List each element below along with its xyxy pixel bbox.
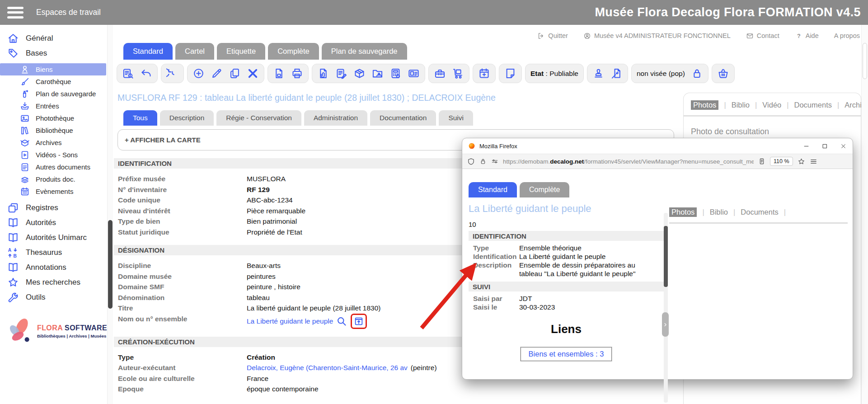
record-tab-description[interactable]: Description <box>160 110 214 126</box>
popup-titlebar[interactable]: Mozilla Firefox <box>462 138 853 154</box>
doc-export-icon[interactable] <box>273 67 285 80</box>
calendar-add-icon[interactable] <box>478 67 490 80</box>
minimize-button[interactable] <box>803 143 810 150</box>
view-tab-cartel[interactable]: Cartel <box>175 43 214 60</box>
sidebar-item-mes-recherches[interactable]: Mes recherches <box>0 275 113 290</box>
copy-icon[interactable] <box>229 67 241 80</box>
firefox-icon <box>468 142 475 150</box>
media-tab-photos[interactable]: Photos <box>691 100 718 110</box>
book-icon <box>7 232 19 244</box>
record-tab-suivi[interactable]: Suivi <box>439 110 473 126</box>
toolbar-group-9[interactable]: Etat : Publiable <box>525 64 584 83</box>
popup-media-tab-photos[interactable]: Photos <box>669 207 697 217</box>
stamp-icon[interactable] <box>592 67 605 80</box>
zoom-level-badge[interactable]: 110 % <box>770 157 793 166</box>
sidebar-item-outils[interactable]: Outils <box>0 290 113 305</box>
lock-icon[interactable] <box>691 67 703 80</box>
sidebar-item-bibliotheque[interactable]: Bibliothèque <box>0 124 113 136</box>
section-header-suivi: SUIVI <box>469 282 664 291</box>
print-icon[interactable] <box>291 67 303 80</box>
media-tab-video[interactable]: Vidéo <box>762 101 781 109</box>
add-icon[interactable] <box>192 67 205 80</box>
sidebar-item-annotations[interactable]: Annotations <box>0 260 113 275</box>
sidebar-item-entrees[interactable]: Entrées <box>0 100 113 112</box>
permissions-icon[interactable] <box>491 158 498 165</box>
view-tab-etiquette[interactable]: Etiquette <box>217 43 265 60</box>
delete-icon[interactable] <box>247 67 259 80</box>
record-tab-administration[interactable]: Administration <box>304 110 367 126</box>
workspace-label[interactable]: Espaces de travail <box>36 8 101 17</box>
open-window-icon[interactable] <box>354 316 364 326</box>
sidebar-item-videos-sons[interactable]: Vidéos - Sons <box>0 149 113 161</box>
sidebar-item-autorites[interactable]: Autorités <box>0 215 113 230</box>
toolbox-icon[interactable] <box>434 67 446 80</box>
lock-icon[interactable] <box>479 158 487 165</box>
sidebar-item-autorites-unimarc[interactable]: Autorités Unimarc <box>0 230 113 245</box>
id-card-icon[interactable] <box>408 67 420 80</box>
list-search-icon[interactable] <box>122 67 134 80</box>
doc-attach-icon[interactable] <box>317 67 329 80</box>
page-scrollbar-thumb[interactable] <box>863 43 867 79</box>
view-tab-standard[interactable]: Standard <box>123 43 173 60</box>
sidebar-item-plan-de-sauvegarde[interactable]: Plan de sauvegarde <box>0 88 113 100</box>
popup-media-tab-biblio[interactable]: Biblio <box>710 208 728 216</box>
field-link[interactable]: La Liberté guidant le peuple <box>247 316 333 327</box>
utility-item-musee-v4-administrateur-fonctionnel[interactable]: Musée v4 ADMINISTRATEUR FONCTIONNEL <box>583 32 731 40</box>
sidebar-item-phototheque[interactable]: Photothèque <box>0 112 113 124</box>
edit-icon[interactable] <box>211 67 223 80</box>
popup-scrollbar-thumb[interactable] <box>664 226 668 287</box>
record-tab-tous[interactable]: Tous <box>123 110 157 126</box>
field-link[interactable]: Delacroix, Eugène (Charenton-Saint-Mauri… <box>247 362 408 373</box>
package-icon[interactable] <box>353 67 366 80</box>
shield-icon[interactable] <box>467 158 475 165</box>
folder-media-icon[interactable] <box>371 67 384 80</box>
record-tab-documentation[interactable]: Documentation <box>370 110 436 126</box>
popup-tab-complete[interactable]: Complète <box>520 182 569 197</box>
sidebar-item-registres[interactable]: Registres <box>0 200 113 215</box>
sidebar-item-biens[interactable]: Biens <box>0 63 106 75</box>
browser-menu-icon[interactable] <box>810 158 817 165</box>
popup-record-number: 10 <box>469 221 664 228</box>
media-tab-biblio[interactable]: Biblio <box>732 101 750 109</box>
sidebar-item-autres-documents[interactable]: Autres documents <box>0 161 113 173</box>
doc-wand-icon[interactable] <box>610 67 623 80</box>
popup-media-tab-documents[interactable]: Documents <box>741 208 778 216</box>
view-tab-complete[interactable]: Complète <box>268 43 319 60</box>
sidebar-item-produits-doc[interactable]: Produits doc. <box>0 173 113 185</box>
utility-item-contact[interactable]: Contact <box>746 32 779 40</box>
sidebar-item-label: Général <box>26 34 53 43</box>
reader-view-icon[interactable] <box>758 158 765 165</box>
sidebar-item-general[interactable]: Général <box>0 31 113 46</box>
url-field[interactable]: https://demobam.decalog.net/formationv45… <box>503 158 754 165</box>
maximize-button[interactable] <box>821 143 828 150</box>
utility-item-quitter[interactable]: Quitter <box>537 32 568 40</box>
basket-icon[interactable] <box>717 67 729 80</box>
field-row-epoque: Epoqueépoque contemporaine <box>114 384 678 395</box>
sidebar-item-evenements[interactable]: Evènements <box>0 185 113 197</box>
history-icon[interactable] <box>166 67 178 80</box>
sidebar-item-archives[interactable]: Archives <box>0 136 113 149</box>
undo-icon[interactable] <box>140 67 152 80</box>
utility-item-aide[interactable]: ?Aide <box>795 32 819 40</box>
view-tab-plan-de-sauvegarde[interactable]: Plan de sauvegarde <box>322 43 407 60</box>
sidebar-scrollbar-thumb[interactable] <box>108 220 113 309</box>
media-tab-documents[interactable]: Documents <box>794 101 832 109</box>
sidebar-item-bases[interactable]: Bases <box>0 46 113 61</box>
doc-calc-icon[interactable] <box>389 67 402 80</box>
search-icon[interactable] <box>336 316 347 327</box>
field-value: La Liberté guidant le peuple <box>519 252 605 261</box>
popup-tab-standard[interactable]: Standard <box>469 182 517 197</box>
bookmark-star-icon[interactable] <box>798 158 805 165</box>
toolbar-group-11[interactable]: non visée (pop) <box>631 64 708 83</box>
sidebar-item-carotheque[interactable]: Carothèque <box>0 75 113 88</box>
close-button[interactable] <box>840 143 847 150</box>
form-edit-icon[interactable] <box>335 67 347 80</box>
note-icon[interactable] <box>504 67 516 80</box>
sidebar-item-thesaurus[interactable]: ABThesaurus <box>0 245 113 260</box>
biens-ensembles-link[interactable]: Biens et ensembles : 3 <box>521 347 612 361</box>
panel-collapse-handle[interactable] <box>662 312 669 337</box>
utility-item-a-propos[interactable]: A propos <box>834 32 860 39</box>
record-tab-regie-conservation[interactable]: Régie - Conservation <box>216 110 301 126</box>
menu-icon[interactable] <box>7 7 23 19</box>
trolley-icon[interactable] <box>452 67 464 80</box>
